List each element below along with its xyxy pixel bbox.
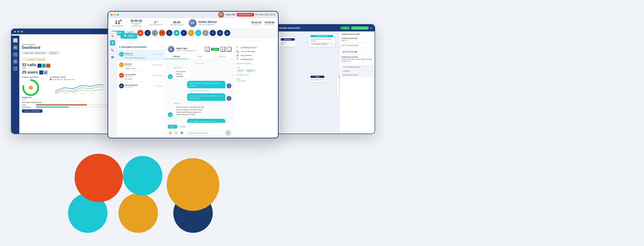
chat-tab-email[interactable]: EMAIL xyxy=(178,125,188,128)
sidebar-home-icon[interactable]: 🏠 xyxy=(110,33,115,39)
bot-text-2: How can I help you today? xyxy=(342,44,373,46)
email-icon: ✉ xyxy=(236,46,240,49)
user-filter-badge[interactable]: All users ▾ xyxy=(49,51,60,55)
bot-option-speak[interactable]: 💬 Want to Speak with Bot xyxy=(342,73,373,76)
chat-area: JL Jack Lars London, United Kingdom ⤢ OP… xyxy=(165,44,234,138)
expand-icon[interactable]: ⤢ xyxy=(205,47,210,52)
chat-text-input[interactable] xyxy=(185,131,224,135)
date-range-badge[interactable]: 10 March 2022 - 16 March 2022 xyxy=(22,52,47,55)
legend-users: Users xyxy=(58,79,63,80)
project-notes-button[interactable]: Project notes... xyxy=(236,80,276,82)
sidebar-icon-home[interactable]: 🏠 xyxy=(13,45,18,50)
emoji-icon[interactable]: 😊 xyxy=(168,130,173,135)
update-badge: ⚡ Last update 2 minutes ago xyxy=(22,58,46,61)
bot-text-3: Pick one of the options below or type a … xyxy=(342,58,373,62)
send-button[interactable]: ▶ xyxy=(225,130,232,136)
feedback-button[interactable]: LEAVE US FEEDBACK xyxy=(22,109,42,113)
sidebar-icon-users[interactable]: 👥 xyxy=(13,52,18,57)
msg-row-4: JL Jack Lars Good morning, I received a … xyxy=(168,103,232,117)
dashboard-controls: 10 March 2022 - 16 March 2022 All users … xyxy=(22,51,109,55)
more-options-icon[interactable]: ⋮ xyxy=(226,47,232,52)
conv-role-anna: Greenburste xyxy=(125,55,133,56)
conv-item-cecile[interactable]: CR Cecile Rollins Direct Chat 30 minutes… xyxy=(117,71,165,82)
sidebar-users-icon[interactable]: 👥 xyxy=(110,54,115,60)
close-icon[interactable]: ✕ xyxy=(370,27,372,30)
chat-main-button[interactable]: 💬 CHAT xyxy=(120,33,137,39)
tab-profile[interactable]: PROFILE xyxy=(165,55,188,59)
bot-node-track-order[interactable]: Track my order You can track your order … xyxy=(308,34,335,47)
bot-node-welcome[interactable]: Welcome Hello 👋 Reply xyxy=(279,37,296,47)
sidebar-chat-icon[interactable]: 💬 xyxy=(110,40,115,46)
bot-node-speak[interactable]: Reply Want to Speak with Bot xyxy=(308,74,326,82)
bot-msg-options: 🔗 Track Package & Shipment ↩ Returning 💬… xyxy=(340,64,375,78)
conv-header: Unassigned Conversations xyxy=(117,44,165,50)
stat-icon-phone-orange: 📵 xyxy=(46,64,50,68)
breakdown-users-bar xyxy=(36,104,87,105)
overall-sentiment-title: OVERALL SENTIMENT xyxy=(22,76,48,78)
conv-time-samuel: 1 hour ago xyxy=(156,85,163,87)
add-property-button[interactable]: Add contact property... xyxy=(236,62,276,65)
titlebar-dot-green xyxy=(117,14,119,16)
node-header-welcome: Welcome xyxy=(281,38,295,41)
gauge-circle-container: 😊 xyxy=(22,79,40,96)
sidebar-icon-phone[interactable]: 📞 xyxy=(13,66,18,71)
whatsapp-button[interactable]: Try On WhatsApp xyxy=(351,26,368,30)
bot-node-returning[interactable]: Returning We accept returns of unopened … xyxy=(337,74,340,97)
separator xyxy=(166,20,167,26)
recording-label: RECORDING xyxy=(265,24,274,25)
edit-company-icon[interactable]: ✎ xyxy=(274,55,276,57)
trend-chart-svg: 03 mar 11 mar 12 mar 13 mar 14 mar xyxy=(50,81,109,94)
msg-sender-1: Jack Lars xyxy=(174,67,202,69)
bot-msg-3: Customer Service Bot Pick one of the opt… xyxy=(340,55,375,64)
sidebar-icon-settings[interactable]: ⚙ xyxy=(13,59,18,64)
stat-recording: 00:00:56 RECORDING xyxy=(265,21,274,25)
conv-item-header: H Harrison Manager 30 minutes ago xyxy=(119,62,163,67)
chat-input-icons: 😊 📎 🖼 xyxy=(168,130,184,135)
stat-icon-phone-teal: 📱 xyxy=(42,64,46,68)
conv-time-cecile: 30 minutes ago xyxy=(152,75,163,76)
profile-phone: +44 20 7946 0906 xyxy=(241,51,276,53)
attach-icon[interactable]: 📎 xyxy=(174,130,178,135)
tab-ticket[interactable]: TICKET xyxy=(188,55,211,59)
bot-option-track[interactable]: 🔗 Track Package & Shipment xyxy=(342,66,373,68)
sidebar-phone-icon[interactable]: 📞 xyxy=(110,47,115,53)
conv-item-harrison[interactable]: H Harrison Manager 30 minutes ago Thank … xyxy=(117,61,165,71)
gauge-emoji: 😊 xyxy=(28,85,33,90)
conv-item-samuel[interactable]: SN Samuel Newton Direct Chat 1 hour ago xyxy=(117,82,165,91)
conv-avatar-cecile: CR xyxy=(119,73,124,78)
msg-row-2: A Yes of course! I'm transferring you to… xyxy=(168,81,232,88)
agent-name: Adrian Skinner xyxy=(198,21,217,24)
users-count: 25 users xyxy=(22,70,38,75)
add-tag-button[interactable]: Add Tag to contact xyxy=(236,74,276,76)
publish-button[interactable]: Publish xyxy=(340,26,350,30)
stat-avg-duration: 00:00:56 AVG DURATION 00:00:12 AVG WAIT … xyxy=(130,19,142,27)
stat-max-wait-value: 00:05 xyxy=(173,21,180,24)
connected-label: CONNECTED xyxy=(252,24,261,25)
sentiment-trend: SENTIMENTS TREND Overall Users Remote xyxy=(50,76,109,100)
tab-notes[interactable]: NOTES (3) xyxy=(211,55,234,59)
conv-item-anna[interactable]: AL Anna Lee Greenburste 2 minutes ago Ca… xyxy=(117,50,165,61)
tag-chip-eve: Eve ★ xyxy=(236,69,244,72)
breakdown-remote-bar xyxy=(36,107,69,108)
gauge-value: 😊 xyxy=(28,85,33,90)
top-bar-right: 00:01:34 CONNECTED 00:00:56 RECORDING xyxy=(252,21,274,25)
breakdown-remote-row: Remote parti... xyxy=(22,106,109,108)
stat-avg-wait-label: AVG WAIT TIME xyxy=(131,26,142,27)
node-content-speak: Want to Speak with Bot xyxy=(310,79,324,81)
sidebar-icon-chart[interactable]: 📊 xyxy=(13,38,18,43)
stat-avg-wait-value: 00:00:12 xyxy=(134,24,139,26)
stat-served-number: 11 xyxy=(115,20,120,25)
edit-address-icon[interactable]: ✎ xyxy=(274,58,276,60)
bot-option-returning[interactable]: ↩ Returning xyxy=(342,69,373,72)
legend-remote-dot xyxy=(64,79,66,80)
kayla-info: KB Kayla Bird xyxy=(218,12,236,18)
image-icon[interactable]: 🖼 xyxy=(179,130,184,135)
bot-msg-welcome: Customer Service Bot Hello 👋 xyxy=(340,36,375,43)
msg-sender-4: Jack Lars xyxy=(174,103,232,104)
copy-icon[interactable]: ⎘ xyxy=(220,47,225,52)
stat-calls-waiting-value: 0 0 xyxy=(154,21,158,24)
tag-area: Eve ★ Median ★ xyxy=(236,69,276,72)
chat-tab-chat[interactable]: CHAT xyxy=(168,125,177,128)
msg-avatar-1: JL xyxy=(168,74,173,79)
chat-icon: 💬 xyxy=(124,35,126,37)
